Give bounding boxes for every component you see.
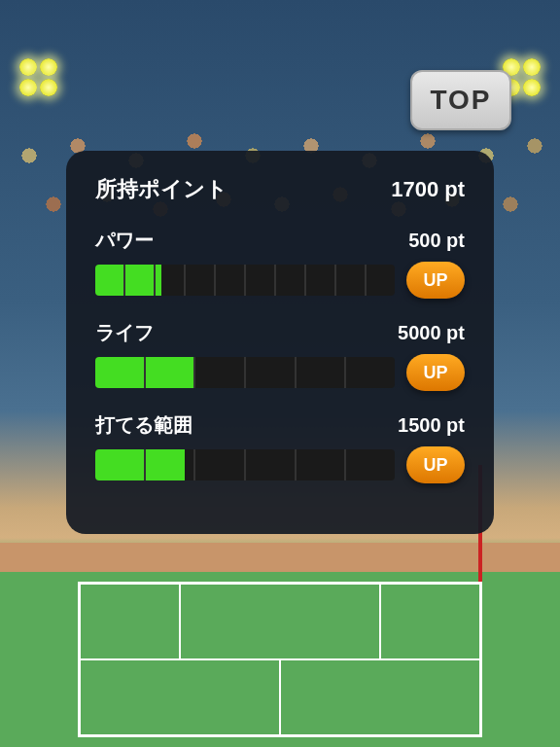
power-stat-header: パワー 500 pt (95, 228, 465, 254)
light-bulb (523, 79, 541, 96)
main-panel: 所持ポイント 1700 pt パワー 500 pt (66, 151, 494, 534)
range-stat-name: 打てる範囲 (95, 412, 192, 439)
court-left-line (179, 582, 181, 659)
range-bar-container (95, 449, 395, 480)
court-lines (78, 582, 482, 737)
life-stat-value: 5000 pt (398, 322, 465, 344)
life-stat-name: ライフ (95, 320, 154, 346)
total-points-label: 所持ポイント (95, 175, 228, 204)
life-bar-container (95, 357, 395, 388)
court-surface (0, 572, 560, 747)
light-bulb (523, 58, 541, 76)
light-pole-left (19, 58, 57, 96)
range-stat-header: 打てる範囲 1500 pt (95, 412, 465, 439)
top-button[interactable]: TOP (410, 70, 511, 130)
power-up-button[interactable]: UP (406, 262, 465, 299)
power-stat-value: 500 pt (408, 230, 465, 252)
light-bulb (19, 79, 37, 96)
total-points-value: 1700 pt (391, 177, 465, 202)
court-right-line (379, 582, 381, 659)
light-bulb (40, 58, 57, 76)
life-stat-section: ライフ 5000 pt UP (95, 320, 465, 391)
range-bar-row: UP (95, 446, 465, 483)
power-bar-container (95, 265, 395, 296)
total-points-row: 所持ポイント 1700 pt (95, 175, 465, 204)
court-center-line (279, 659, 281, 737)
life-stat-header: ライフ 5000 pt (95, 320, 465, 346)
range-up-button[interactable]: UP (406, 446, 465, 483)
light-bulb (19, 58, 37, 76)
range-stat-value: 1500 pt (398, 414, 465, 437)
power-bar-row: UP (95, 262, 465, 299)
light-bulb (40, 79, 57, 96)
power-stat-section: パワー 500 pt UP (95, 228, 465, 299)
range-stat-section: 打てる範囲 1500 pt UP (95, 412, 465, 483)
power-stat-name: パワー (95, 228, 154, 254)
top-button-label: TOP (430, 85, 491, 116)
life-up-button[interactable]: UP (406, 354, 465, 391)
life-bar-row: UP (95, 354, 465, 391)
